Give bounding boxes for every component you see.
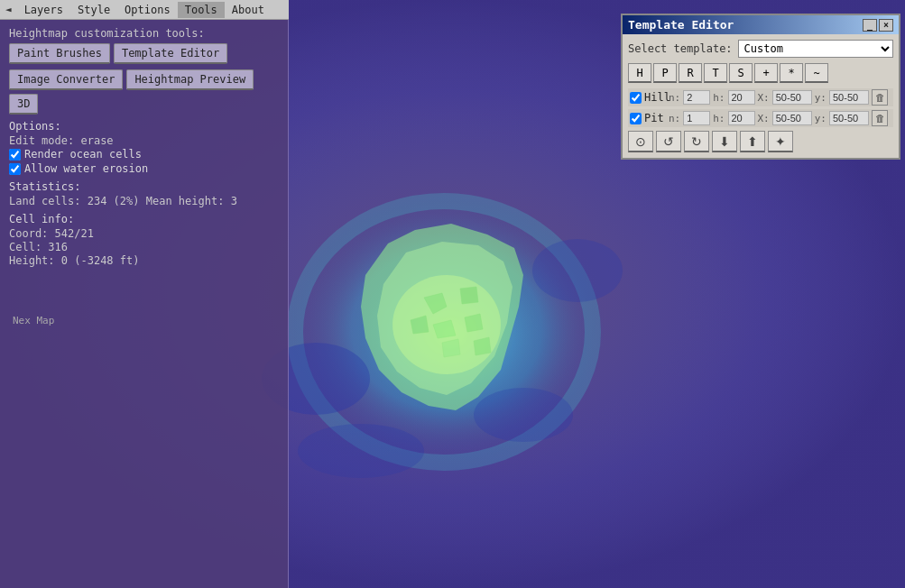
- shape-btn-wave[interactable]: ~: [805, 63, 828, 83]
- render-ocean-checkbox-row: Render ocean cells: [9, 148, 279, 161]
- te-action-undo[interactable]: ↺: [656, 131, 681, 152]
- shape-btn-T[interactable]: T: [704, 63, 727, 83]
- te-pit-delete-btn[interactable]: 🗑: [872, 110, 888, 126]
- te-hill-n-label: n:: [669, 92, 680, 104]
- te-pit-y-label: y:: [815, 113, 827, 124]
- menu-arrow[interactable]: ◄: [0, 2, 17, 17]
- te-minimize-button[interactable]: _: [863, 19, 877, 32]
- te-pit-n-label: n:: [669, 113, 680, 124]
- 3d-button[interactable]: 3D: [9, 94, 38, 115]
- render-ocean-label: Render ocean cells: [24, 148, 142, 161]
- section-title: Heightmap customization tools:: [9, 27, 279, 40]
- te-titlebar: Template Editor _ ×: [623, 15, 899, 34]
- te-select-row: Select template: Custom: [628, 40, 893, 58]
- paint-brushes-button[interactable]: Paint Brushes: [9, 43, 110, 64]
- te-pit-n-input[interactable]: [683, 111, 710, 125]
- te-action-circle[interactable]: ⊙: [628, 131, 653, 152]
- te-pit-h-input[interactable]: [728, 111, 755, 125]
- te-action-upload[interactable]: ⬆: [740, 131, 765, 152]
- te-hill-y-input[interactable]: [829, 90, 869, 105]
- menu-item-layers[interactable]: Layers: [17, 2, 70, 18]
- shape-btn-plus[interactable]: +: [754, 63, 778, 83]
- nex-map-label: Nex Map: [13, 315, 54, 326]
- cell-height: Height: 0 (-3248 ft): [9, 254, 279, 267]
- menu-item-style[interactable]: Style: [70, 2, 117, 18]
- heightmap-preview-button[interactable]: Heightmap Preview: [126, 69, 254, 90]
- shape-btn-S[interactable]: S: [729, 63, 753, 83]
- te-row-pit: Pit n: h: X: y: 🗑: [628, 109, 893, 127]
- te-hill-x-label: X:: [758, 92, 770, 104]
- te-hill-n-input[interactable]: [683, 90, 710, 105]
- te-hill-x-input[interactable]: [772, 90, 812, 105]
- te-close-button[interactable]: ×: [879, 19, 893, 32]
- te-action-row: ⊙ ↺ ↻ ⬇ ⬆ ✦: [628, 131, 893, 152]
- stats-block: Statistics: Land cells: 234 (2%) Mean he…: [9, 180, 279, 207]
- btn-row-1: Paint Brushes Template Editor: [9, 43, 279, 64]
- menu-bar: ◄ Layers Style Options Tools About: [0, 0, 289, 20]
- cell-label: Cell info:: [9, 213, 279, 225]
- allow-erosion-label: Allow water erosion: [24, 162, 148, 175]
- te-pit-x-input[interactable]: [772, 111, 812, 125]
- te-title: Template Editor: [628, 18, 734, 32]
- te-action-star[interactable]: ✦: [768, 131, 793, 152]
- te-hill-label: Hill: [644, 91, 666, 104]
- render-ocean-checkbox[interactable]: [9, 149, 21, 161]
- te-hill-y-label: y:: [815, 92, 827, 104]
- te-row-hill: Hill n: h: X: y: 🗑: [628, 88, 893, 106]
- te-titlebar-controls: _ ×: [863, 19, 893, 32]
- allow-erosion-checkbox-row: Allow water erosion: [9, 162, 279, 175]
- shape-btn-H[interactable]: H: [628, 63, 651, 83]
- statistics-label: Statistics:: [9, 180, 279, 193]
- cell-coord: Coord: 542/21: [9, 227, 279, 240]
- options-label: Options:: [9, 120, 279, 133]
- edit-mode: Edit mode: erase: [9, 134, 279, 147]
- te-hill-delete-btn[interactable]: 🗑: [872, 89, 888, 106]
- shape-btn-P[interactable]: P: [653, 63, 677, 83]
- image-converter-button[interactable]: Image Converter: [9, 69, 123, 90]
- shape-btn-R[interactable]: R: [679, 63, 702, 83]
- te-pit-label: Pit: [644, 112, 666, 124]
- te-pit-x-label: X:: [758, 113, 770, 124]
- cell-block: Cell info: Coord: 542/21 Cell: 316 Heigh…: [9, 213, 279, 267]
- te-hill-h-label: h:: [713, 92, 725, 104]
- shape-btn-star[interactable]: *: [780, 63, 803, 83]
- cell-id: Cell: 316: [9, 241, 279, 253]
- menu-item-options[interactable]: Options: [117, 2, 178, 18]
- btn-row-2: Image Converter Heightmap Preview 3D: [9, 69, 279, 115]
- te-action-download[interactable]: ⬇: [712, 131, 737, 152]
- allow-erosion-checkbox[interactable]: [9, 163, 21, 175]
- te-select-label: Select template:: [628, 42, 733, 55]
- te-body: Select template: Custom H P R T S + * ~ …: [623, 34, 899, 158]
- left-panel: Heightmap customization tools: Paint Bru…: [0, 20, 289, 588]
- menu-item-about[interactable]: About: [225, 2, 272, 18]
- options-block: Options: Edit mode: erase Render ocean c…: [9, 120, 279, 175]
- te-shape-btn-row: H P R T S + * ~: [628, 63, 893, 83]
- te-template-select[interactable]: Custom: [738, 40, 893, 58]
- template-editor-button[interactable]: Template Editor: [114, 43, 227, 64]
- te-pit-y-input[interactable]: [829, 111, 869, 125]
- te-pit-checkbox[interactable]: [630, 113, 642, 124]
- te-hill-checkbox[interactable]: [630, 92, 642, 104]
- te-action-redo[interactable]: ↻: [684, 131, 709, 152]
- template-editor-panel: Template Editor _ × Select template: Cus…: [621, 14, 900, 160]
- te-pit-h-label: h:: [713, 113, 725, 124]
- stats-line-0: Land cells: 234 (2%) Mean height: 3: [9, 195, 279, 207]
- menu-item-tools[interactable]: Tools: [178, 2, 225, 18]
- te-hill-h-input[interactable]: [728, 90, 755, 105]
